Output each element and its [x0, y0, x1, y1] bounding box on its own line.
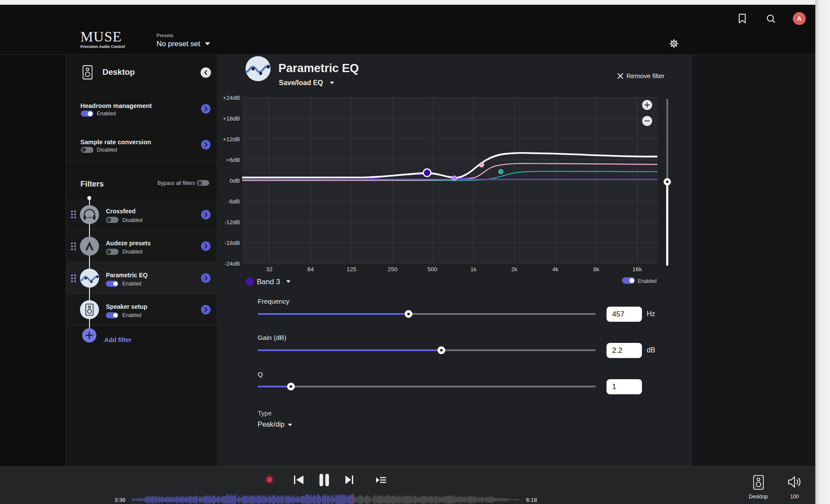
svg-text:500: 500: [428, 266, 437, 273]
svg-text:1k: 1k: [470, 266, 477, 273]
svg-text:2k: 2k: [511, 266, 518, 273]
svg-text:-24dB: -24dB: [224, 260, 240, 267]
svg-text:-6dB: -6dB: [227, 198, 240, 205]
svg-text:125: 125: [347, 266, 357, 273]
svg-text:+24dB: +24dB: [223, 95, 240, 101]
svg-text:16k: 16k: [632, 266, 642, 273]
svg-text:8k: 8k: [593, 266, 600, 273]
svg-text:-12dB: -12dB: [224, 219, 240, 225]
svg-text:+12dB: +12dB: [223, 136, 240, 143]
svg-text:4k: 4k: [552, 266, 559, 273]
svg-text:32: 32: [266, 266, 272, 273]
svg-text:64: 64: [307, 266, 314, 273]
svg-text:+18dB: +18dB: [223, 115, 240, 122]
svg-text:+6dB: +6dB: [226, 157, 240, 163]
svg-text:0dB: 0dB: [230, 178, 240, 184]
svg-text:-18dB: -18dB: [224, 240, 240, 246]
svg-text:250: 250: [388, 266, 398, 273]
